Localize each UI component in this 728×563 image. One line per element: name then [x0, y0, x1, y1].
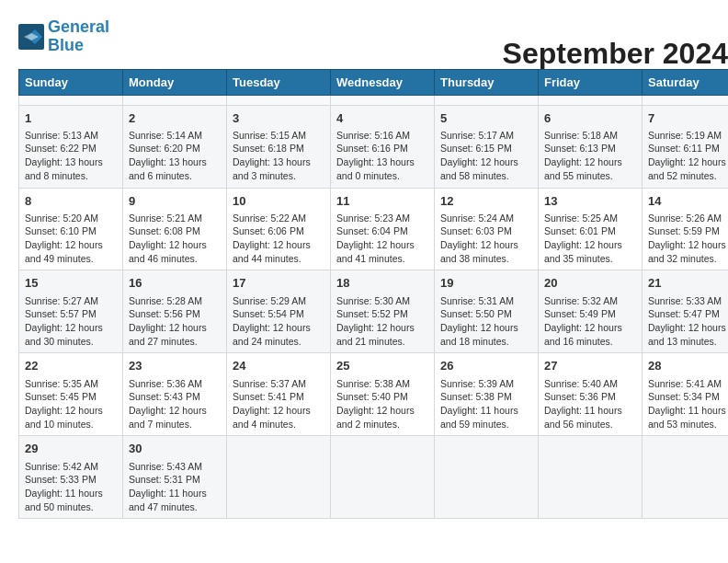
day-info: Sunrise: 5:41 AMSunset: 5:34 PMDaylight:…	[648, 377, 728, 431]
day-info: Sunrise: 5:32 AMSunset: 5:49 PMDaylight:…	[544, 294, 636, 349]
day-number: 19	[440, 275, 532, 292]
col-friday: Friday	[539, 69, 643, 95]
month-year: September 2024	[503, 37, 728, 71]
table-cell	[227, 95, 331, 105]
table-cell: 1Sunrise: 5:13 AMSunset: 6:22 PMDaylight…	[19, 105, 123, 188]
day-info: Sunrise: 5:33 AMSunset: 5:47 PMDaylight:…	[648, 294, 728, 349]
table-cell: 9Sunrise: 5:21 AMSunset: 6:08 PMDaylight…	[123, 188, 227, 270]
table-cell: 8Sunrise: 5:20 AMSunset: 6:10 PMDaylight…	[19, 188, 123, 270]
table-cell	[331, 436, 435, 519]
day-number: 24	[233, 358, 324, 374]
table-cell	[331, 95, 435, 105]
calendar-table: Sunday Monday Tuesday Wednesday Thursday…	[18, 69, 728, 520]
table-cell: 26Sunrise: 5:39 AMSunset: 5:38 PMDayligh…	[435, 353, 539, 436]
day-info: Sunrise: 5:18 AMSunset: 6:13 PMDaylight:…	[544, 129, 636, 183]
day-info: Sunrise: 5:19 AMSunset: 6:11 PMDaylight:…	[648, 129, 728, 183]
day-number: 3	[233, 110, 324, 127]
calendar-body: 1Sunrise: 5:13 AMSunset: 6:22 PMDaylight…	[19, 95, 729, 519]
day-number: 16	[129, 275, 221, 292]
table-cell: 12Sunrise: 5:24 AMSunset: 6:03 PMDayligh…	[435, 188, 539, 270]
table-row: 29Sunrise: 5:42 AMSunset: 5:33 PMDayligh…	[19, 436, 729, 519]
day-info: Sunrise: 5:20 AMSunset: 6:10 PMDaylight:…	[25, 212, 117, 266]
table-cell	[435, 95, 539, 105]
day-number: 17	[233, 275, 324, 292]
col-monday: Monday	[123, 69, 227, 95]
day-number: 8	[25, 193, 117, 210]
col-sunday: Sunday	[19, 69, 123, 95]
table-row: 8Sunrise: 5:20 AMSunset: 6:10 PMDaylight…	[19, 188, 729, 270]
day-info: Sunrise: 5:17 AMSunset: 6:15 PMDaylight:…	[440, 129, 532, 183]
table-cell: 30Sunrise: 5:43 AMSunset: 5:31 PMDayligh…	[123, 436, 227, 519]
table-cell: 4Sunrise: 5:16 AMSunset: 6:16 PMDaylight…	[331, 105, 435, 188]
calendar: Sunday Monday Tuesday Wednesday Thursday…	[18, 69, 728, 520]
table-cell	[19, 95, 123, 105]
table-cell: 24Sunrise: 5:37 AMSunset: 5:41 PMDayligh…	[227, 353, 331, 436]
table-cell: 15Sunrise: 5:27 AMSunset: 5:57 PMDayligh…	[19, 270, 123, 353]
day-info: Sunrise: 5:31 AMSunset: 5:50 PMDaylight:…	[440, 294, 532, 349]
logo-line1: General	[48, 17, 109, 36]
col-saturday: Saturday	[643, 69, 729, 95]
day-number: 30	[129, 441, 221, 457]
table-cell: 13Sunrise: 5:25 AMSunset: 6:01 PMDayligh…	[539, 188, 643, 270]
table-cell: 3Sunrise: 5:15 AMSunset: 6:18 PMDaylight…	[227, 105, 331, 188]
table-cell	[123, 95, 227, 105]
table-row	[19, 95, 729, 105]
day-info: Sunrise: 5:29 AMSunset: 5:54 PMDaylight:…	[233, 294, 324, 349]
table-cell: 19Sunrise: 5:31 AMSunset: 5:50 PMDayligh…	[435, 270, 539, 353]
table-cell: 18Sunrise: 5:30 AMSunset: 5:52 PMDayligh…	[331, 270, 435, 353]
day-number: 9	[129, 193, 221, 210]
day-info: Sunrise: 5:13 AMSunset: 6:22 PMDaylight:…	[25, 129, 117, 183]
day-info: Sunrise: 5:14 AMSunset: 6:20 PMDaylight:…	[129, 129, 221, 183]
col-wednesday: Wednesday	[331, 69, 435, 95]
calendar-header: Sunday Monday Tuesday Wednesday Thursday…	[19, 69, 729, 95]
table-cell: 20Sunrise: 5:32 AMSunset: 5:49 PMDayligh…	[539, 270, 643, 353]
table-row: 15Sunrise: 5:27 AMSunset: 5:57 PMDayligh…	[19, 270, 729, 353]
table-cell: 28Sunrise: 5:41 AMSunset: 5:34 PMDayligh…	[643, 353, 729, 436]
day-info: Sunrise: 5:26 AMSunset: 5:59 PMDaylight:…	[648, 212, 728, 266]
table-cell	[539, 436, 643, 519]
table-row: 1Sunrise: 5:13 AMSunset: 6:22 PMDaylight…	[19, 105, 729, 188]
table-row: 22Sunrise: 5:35 AMSunset: 5:45 PMDayligh…	[19, 353, 729, 436]
table-cell: 6Sunrise: 5:18 AMSunset: 6:13 PMDaylight…	[539, 105, 643, 188]
table-cell	[227, 436, 331, 519]
day-number: 22	[25, 358, 117, 374]
day-number: 26	[440, 358, 532, 374]
day-number: 4	[336, 110, 428, 127]
table-cell: 21Sunrise: 5:33 AMSunset: 5:47 PMDayligh…	[643, 270, 729, 353]
day-number: 28	[648, 358, 728, 374]
day-info: Sunrise: 5:25 AMSunset: 6:01 PMDaylight:…	[544, 212, 636, 266]
day-number: 5	[440, 110, 532, 127]
day-info: Sunrise: 5:16 AMSunset: 6:16 PMDaylight:…	[336, 129, 428, 183]
day-number: 14	[648, 193, 728, 210]
day-info: Sunrise: 5:35 AMSunset: 5:45 PMDaylight:…	[25, 377, 117, 431]
table-cell	[539, 95, 643, 105]
day-info: Sunrise: 5:40 AMSunset: 5:36 PMDaylight:…	[544, 377, 636, 431]
day-info: Sunrise: 5:30 AMSunset: 5:52 PMDaylight:…	[336, 294, 428, 349]
day-info: Sunrise: 5:36 AMSunset: 5:43 PMDaylight:…	[129, 377, 221, 431]
day-number: 21	[648, 275, 728, 292]
day-info: Sunrise: 5:42 AMSunset: 5:33 PMDaylight:…	[25, 460, 117, 514]
day-number: 25	[336, 358, 428, 374]
day-number: 11	[336, 193, 428, 210]
day-number: 29	[25, 441, 117, 457]
day-info: Sunrise: 5:39 AMSunset: 5:38 PMDaylight:…	[440, 377, 532, 431]
table-cell: 14Sunrise: 5:26 AMSunset: 5:59 PMDayligh…	[643, 188, 729, 270]
day-number: 1	[25, 110, 117, 127]
day-info: Sunrise: 5:22 AMSunset: 6:06 PMDaylight:…	[233, 212, 324, 266]
day-number: 12	[440, 193, 532, 210]
table-cell: 17Sunrise: 5:29 AMSunset: 5:54 PMDayligh…	[227, 270, 331, 353]
day-number: 13	[544, 193, 636, 210]
table-cell: 22Sunrise: 5:35 AMSunset: 5:45 PMDayligh…	[19, 353, 123, 436]
day-number: 18	[336, 275, 428, 292]
col-thursday: Thursday	[435, 69, 539, 95]
table-cell	[643, 436, 729, 519]
day-info: Sunrise: 5:38 AMSunset: 5:40 PMDaylight:…	[336, 377, 428, 431]
table-cell: 10Sunrise: 5:22 AMSunset: 6:06 PMDayligh…	[227, 188, 331, 270]
day-number: 10	[233, 193, 324, 210]
col-tuesday: Tuesday	[227, 69, 331, 95]
day-info: Sunrise: 5:24 AMSunset: 6:03 PMDaylight:…	[440, 212, 532, 266]
day-info: Sunrise: 5:43 AMSunset: 5:31 PMDaylight:…	[129, 460, 221, 514]
table-cell: 29Sunrise: 5:42 AMSunset: 5:33 PMDayligh…	[19, 436, 123, 519]
day-info: Sunrise: 5:21 AMSunset: 6:08 PMDaylight:…	[129, 212, 221, 266]
day-number: 15	[25, 275, 117, 292]
